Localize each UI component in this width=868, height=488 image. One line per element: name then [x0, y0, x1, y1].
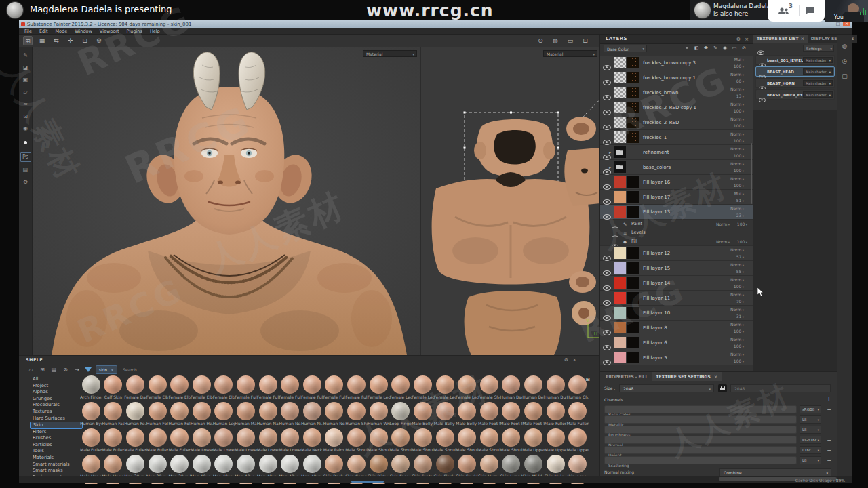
layer-opacity[interactable]: 100 [734, 108, 744, 113]
layer-row[interactable]: ▸ base_colors Norm 100 [600, 160, 753, 175]
material-swatch[interactable]: Human Fol... [146, 401, 169, 428]
material-swatch[interactable]: Male Fuller... [545, 401, 567, 428]
material-swatch[interactable]: Female Leg... [412, 375, 434, 401]
hide-resources-icon[interactable]: ⊘ [62, 366, 69, 373]
add-fill-layer-icon[interactable]: ◉ [722, 45, 728, 52]
layer-opacity[interactable]: 23 [736, 213, 744, 218]
layer-blend-mode[interactable]: Norm [730, 131, 744, 136]
symmetry-icon[interactable]: ✛ [66, 36, 75, 45]
panel-close-icon[interactable]: × [745, 37, 749, 42]
shelf-category-item[interactable]: Materials [30, 455, 83, 462]
material-swatch[interactable]: Human Shi... [345, 401, 368, 428]
layer-row[interactable]: ▸ freckles_brown copy 1 Norm 60 [600, 70, 753, 85]
layer-opacity[interactable]: 100 [734, 183, 744, 188]
material-swatch[interactable]: Male Lower... [213, 428, 235, 454]
material-swatch[interactable]: Loop Finge... [390, 401, 412, 428]
add-channel-button[interactable]: + [826, 395, 831, 402]
material-swatch[interactable]: Female Elb... [146, 375, 169, 401]
layer-row[interactable]: ▸ freckles_2_RED copy 1 Norm 100 [600, 100, 753, 115]
texture-set-row[interactable]: BEAST_HORN Main shader [755, 78, 835, 88]
material-swatch[interactable]: Male Shoul... [412, 428, 434, 454]
close-button[interactable]: × [843, 21, 850, 26]
document-icon[interactable]: ▤ [22, 166, 30, 174]
size-secondary-field[interactable]: 2048 [730, 384, 831, 392]
menu-item[interactable]: Mode [55, 28, 67, 34]
channel-bar[interactable]: Base Color [604, 405, 797, 413]
channel-format-dropdown[interactable]: sRGB8 [800, 405, 821, 413]
layer-row[interactable]: ▸ freckles_2_RED Norm 100 [600, 115, 753, 130]
chat-icon[interactable] [805, 7, 814, 15]
shelf-category-item[interactable]: Hard Surfaces [30, 415, 83, 422]
clone-tool-icon[interactable]: ⊡ [22, 113, 30, 121]
environment-sphere-icon[interactable]: ◍ [551, 36, 560, 45]
layer-blend-mode[interactable]: Norm [730, 322, 744, 327]
material-swatch[interactable]: Male Upper... [545, 428, 567, 454]
layer-row[interactable]: ▸ Fill layer 10 Norm 31 [600, 306, 753, 321]
material-swatch[interactable]: Human Ni... [301, 401, 323, 428]
menu-item[interactable]: Plugins [127, 28, 142, 34]
filter-tag-skin[interactable]: skin× [96, 365, 117, 374]
dock-panel-icon[interactable]: ▢ [840, 71, 850, 81]
material-swatch[interactable]: Human Eye... [80, 401, 102, 428]
remove-channel-button[interactable]: − [827, 458, 831, 464]
material-swatch[interactable]: Male Belly S... [412, 401, 434, 428]
layer-row[interactable]: ▸ Fill layer 13 Norm 23 [600, 205, 753, 220]
material-swatch[interactable]: Male Foot S... [522, 401, 545, 428]
import-resources-icon[interactable]: → [73, 366, 81, 373]
layer-blend-mode[interactable]: Norm [730, 262, 744, 267]
shelf-category-item[interactable]: Grunges [30, 396, 83, 403]
layer-row[interactable]: ▸ Fill layer 11 Norm 70 [600, 291, 753, 306]
remove-channel-button[interactable]: − [827, 407, 831, 413]
material-swatch[interactable]: Female Sho... [478, 375, 500, 401]
layer-row[interactable]: ▸ Fill layer 12 Norm 57 [600, 246, 753, 261]
material-swatch[interactable]: Male Lower... [257, 428, 279, 454]
material-swatch[interactable]: Female Leg... [390, 375, 412, 401]
add-folder-icon[interactable]: ▭ [731, 45, 738, 52]
lock-icon[interactable] [718, 384, 727, 392]
material-ball-icon[interactable]: ◍ [840, 41, 850, 51]
layer-row[interactable]: ▸ ≡ Levels [600, 228, 753, 237]
material-swatch[interactable]: Male Palm... [323, 428, 346, 454]
material-swatch[interactable]: Female Full... [257, 375, 279, 401]
layer-row[interactable]: ▸ Fill layer 6 Norm 100 [600, 336, 753, 350]
shelf-category-item[interactable]: All [30, 376, 83, 383]
layer-blend-mode[interactable]: Norm [730, 72, 744, 77]
layer-row[interactable]: ▸ Fill layer 8 Norm 100 [600, 321, 753, 336]
material-swatch[interactable]: Male Fuller... [124, 428, 146, 454]
gear-icon[interactable]: ⚙ [22, 178, 30, 186]
material-swatch[interactable]: Human Bac... [500, 375, 523, 401]
layer-blend-mode[interactable]: Norm [730, 117, 744, 121]
layer-row[interactable]: ▸ ✎ Paint Norm 100 [600, 220, 753, 228]
texture-set-row[interactable]: BEAST_HEAD Main shader [755, 66, 835, 77]
shelf-category-item[interactable]: Smart materials [30, 462, 83, 468]
material-swatch[interactable]: Human Fac... [102, 401, 125, 428]
remove-channel-button[interactable]: − [827, 447, 831, 453]
mirror-icon[interactable]: ⇆ [52, 36, 61, 45]
channel-bar[interactable]: Scattering [604, 456, 797, 464]
eraser-tool-icon[interactable]: ◪ [22, 64, 30, 72]
shelf-category-item[interactable]: Particles [30, 442, 83, 449]
layer-opacity[interactable]: 31 [736, 314, 744, 319]
layer-blend-mode[interactable]: Norm [716, 239, 730, 244]
shelf-gear-icon[interactable]: ⚙ [564, 357, 568, 363]
layer-opacity[interactable]: 100 [734, 138, 744, 143]
shelf-folder-icon[interactable]: ▱ [27, 366, 35, 373]
polygon-fill-tool-icon[interactable]: ▱ [22, 88, 30, 96]
layer-row[interactable]: ▸ refinement Norm 100 [600, 145, 753, 160]
layer-blend-mode[interactable]: Norm [730, 102, 744, 106]
shader-dropdown[interactable]: Main shader [803, 68, 833, 75]
material-swatch[interactable]: Male Lower... [191, 428, 213, 454]
brush-size-indicator[interactable] [24, 141, 27, 144]
channel-bar[interactable]: Metallic [604, 415, 797, 424]
material-swatch[interactable]: Male Fuller... [102, 428, 125, 454]
material-swatch[interactable]: Male Shoul... [390, 428, 412, 454]
material-dropdown-3d[interactable]: Material [363, 50, 417, 57]
add-effect-icon[interactable]: ✚ [703, 45, 709, 52]
channel-format-dropdown[interactable]: L16F [800, 446, 821, 454]
layer-blend-mode[interactable]: Norm [730, 277, 744, 282]
menu-item[interactable]: Viewport [100, 28, 119, 34]
list-view-icon[interactable]: ▤ [50, 366, 58, 373]
material-swatch[interactable]: Human Leg... [213, 401, 235, 428]
layer-blend-mode[interactable]: Norm [730, 337, 744, 342]
layer-opacity[interactable]: 100 [737, 222, 747, 226]
